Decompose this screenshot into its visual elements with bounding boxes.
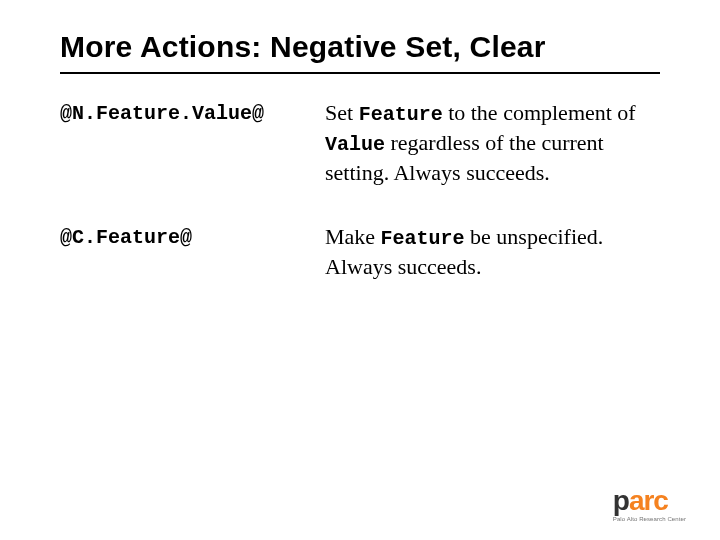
desc-text: Make (325, 224, 381, 249)
parc-logo: parc Palo Alto Research Center (613, 487, 686, 522)
logo-letters-arc: arc (629, 485, 668, 516)
syntax-description: Make Feature be unspecified. Always succ… (325, 222, 670, 282)
slide-title: More Actions: Negative Set, Clear (60, 30, 670, 64)
desc-keyword: Value (325, 133, 385, 156)
definition-row: @N.Feature.Value@ Set Feature to the com… (60, 98, 670, 188)
slide: More Actions: Negative Set, Clear @N.Fea… (0, 0, 720, 540)
title-rule (60, 72, 660, 74)
desc-text: Set (325, 100, 359, 125)
logo-subtitle: Palo Alto Research Center (613, 516, 686, 522)
definition-row: @C.Feature@ Make Feature be unspecified.… (60, 222, 670, 282)
logo-letter-p: p (613, 485, 629, 516)
syntax-code: @N.Feature.Value@ (60, 98, 325, 128)
syntax-code: @C.Feature@ (60, 222, 325, 252)
logo-text: parc (613, 487, 686, 515)
desc-keyword: Feature (381, 227, 465, 250)
syntax-description: Set Feature to the complement of Value r… (325, 98, 670, 188)
desc-text: to the complement of (443, 100, 636, 125)
desc-keyword: Feature (359, 103, 443, 126)
